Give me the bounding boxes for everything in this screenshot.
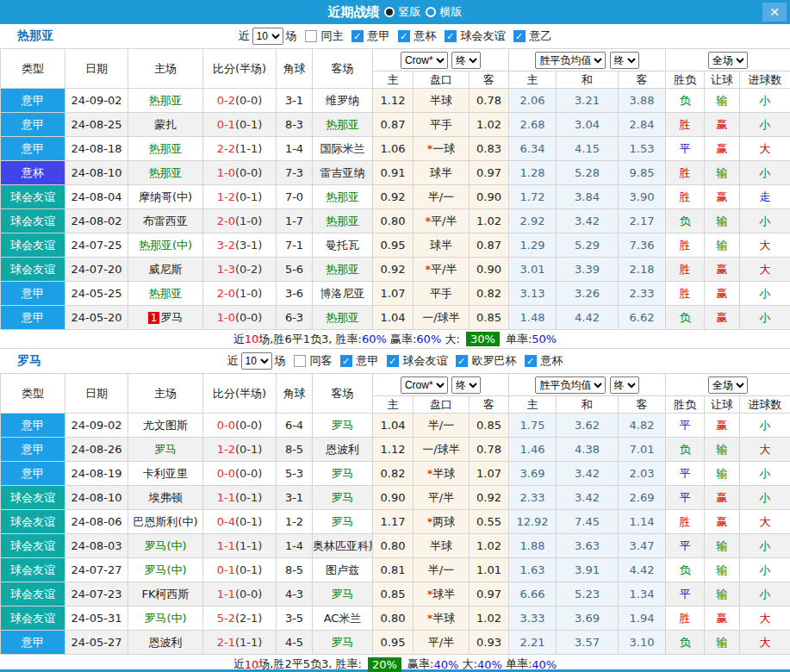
- away-team[interactable]: 罗马: [313, 414, 373, 438]
- near-count-select[interactable]: 10: [252, 28, 283, 45]
- away-team[interactable]: 罗马: [313, 462, 373, 486]
- away-team[interactable]: 热那亚: [313, 113, 373, 137]
- checkbox[interactable]: ✓: [525, 355, 537, 367]
- horizontal-layout-radio[interactable]: [426, 7, 436, 17]
- checkbox[interactable]: ✓: [456, 355, 468, 367]
- home-team[interactable]: 卡利亚里: [128, 462, 203, 486]
- score: 1-1(0-0): [203, 582, 277, 607]
- home-team[interactable]: 热那亚: [128, 89, 203, 113]
- away-team[interactable]: AC米兰: [313, 607, 373, 631]
- home-team[interactable]: 罗马(中): [128, 607, 203, 631]
- odds-home: 0.91: [373, 161, 414, 185]
- checkbox[interactable]: ✓: [387, 355, 399, 367]
- odds-away: 0.85: [470, 306, 509, 330]
- vertical-layout-radio[interactable]: [384, 7, 395, 17]
- close-icon[interactable]: ✕: [762, 3, 787, 22]
- home-team[interactable]: FK柯西斯: [128, 582, 203, 607]
- avg-home: 1.28: [509, 161, 557, 185]
- away-team[interactable]: 雷吉亚纳: [313, 161, 373, 185]
- near-count-select[interactable]: 10: [241, 352, 272, 370]
- home-team[interactable]: 罗马(中): [128, 558, 203, 582]
- home-team[interactable]: 热那亚: [128, 137, 203, 161]
- scope-select[interactable]: 全场: [708, 376, 748, 394]
- home-team[interactable]: 威尼斯: [128, 258, 203, 282]
- away-team[interactable]: 维罗纳: [313, 89, 373, 113]
- checkbox[interactable]: ✓: [398, 30, 410, 42]
- away-team[interactable]: 图卢兹: [313, 558, 373, 582]
- avg-time-select[interactable]: 终: [610, 52, 639, 69]
- home-team[interactable]: 热那亚(中): [128, 233, 203, 258]
- away-team[interactable]: 罗马: [313, 582, 373, 607]
- home-team[interactable]: 埃弗顿: [128, 486, 203, 510]
- avg-time-select[interactable]: 终: [610, 376, 639, 394]
- checkbox[interactable]: ✓: [351, 30, 364, 42]
- home-team[interactable]: 罗马(中): [128, 534, 203, 558]
- home-team[interactable]: 巴恩斯利(中): [128, 510, 203, 534]
- home-team[interactable]: 热那亚: [128, 282, 203, 306]
- section-team-title: 热那亚: [17, 28, 53, 44]
- checkbox[interactable]: [305, 30, 317, 42]
- checkbox[interactable]: ✓: [445, 30, 457, 42]
- league-type-badge: 球会友谊: [1, 233, 65, 258]
- match-row: 球会友谊24-07-23FK柯西斯1-1(0-0)4-3罗马0.85*球半0.9…: [1, 582, 790, 607]
- avg-draw: 3.21: [557, 89, 619, 113]
- away-team[interactable]: 热那亚: [313, 258, 373, 282]
- avg-type-select[interactable]: 胜平负均值: [535, 52, 606, 69]
- match-row: 球会友谊24-08-04摩纳哥(中)1-2(0-1)7-0热那亚0.92半/一0…: [1, 185, 790, 209]
- checkbox[interactable]: ✓: [340, 355, 352, 367]
- home-team[interactable]: 蒙扎: [128, 113, 203, 137]
- checkbox[interactable]: ✓: [513, 30, 526, 42]
- score: 1-1(1-1): [203, 534, 277, 558]
- home-team[interactable]: 尤文图斯: [128, 414, 203, 438]
- section-header-genoa: 热那亚 近10场同主✓意甲✓意杯✓球会友谊✓意乙: [0, 24, 790, 48]
- summary-segment: 10: [245, 658, 259, 671]
- odds-source-select[interactable]: Crow*: [401, 376, 448, 394]
- odds-source-select[interactable]: Crow*: [401, 52, 448, 69]
- result: 胜: [666, 233, 705, 258]
- away-team[interactable]: 罗马: [313, 631, 373, 655]
- avg-draw: 3.26: [557, 282, 619, 306]
- odds-home: 0.80: [373, 534, 414, 558]
- home-team[interactable]: 布雷西亚: [128, 209, 203, 233]
- away-team[interactable]: 奥林匹亚科斯: [313, 534, 373, 558]
- away-team[interactable]: 曼托瓦: [313, 233, 373, 258]
- avg-home: 1.46: [509, 438, 557, 462]
- home-team[interactable]: 1罗马: [128, 306, 203, 330]
- goals-result: 大: [740, 258, 790, 282]
- home-team[interactable]: 热那亚: [128, 161, 203, 185]
- match-row: 意甲24-09-02尤文图斯0-0(0-0)6-4罗马1.04半/一0.851.…: [1, 414, 790, 438]
- summary-segment: 单率:: [502, 332, 532, 347]
- score: 3-2(3-1): [203, 233, 277, 258]
- goals-result: 小: [740, 209, 790, 233]
- checkbox[interactable]: [294, 355, 306, 367]
- home-team[interactable]: 摩纳哥(中): [128, 185, 203, 209]
- summary-roma: 近10场,胜2平5负3, 胜率: 20% 赢率:40% 大:40% 单率:40%: [0, 655, 790, 672]
- odds-time-select[interactable]: 终: [451, 52, 481, 69]
- summary-segment: 40%: [433, 658, 458, 671]
- away-team[interactable]: 罗马: [313, 510, 373, 534]
- away-team[interactable]: 恩波利: [313, 438, 373, 462]
- avg-draw: 3.91: [557, 558, 619, 582]
- odds-time-select[interactable]: 终: [451, 376, 481, 394]
- col-date: 日期: [65, 374, 128, 414]
- away-team[interactable]: 国际米兰: [313, 137, 373, 161]
- away-team[interactable]: 罗马: [313, 486, 373, 510]
- home-team[interactable]: 恩波利: [128, 631, 203, 655]
- away-team[interactable]: 热那亚: [313, 306, 373, 330]
- odds-home: 0.80: [373, 209, 414, 233]
- league-type-badge: 意甲: [1, 631, 65, 655]
- home-team[interactable]: 罗马: [128, 438, 203, 462]
- scope-group-header: 全场: [666, 49, 790, 72]
- away-team[interactable]: 博洛尼亚: [313, 282, 373, 306]
- avg-type-select[interactable]: 胜平负均值: [535, 376, 606, 394]
- games-label: 场: [275, 353, 286, 369]
- scope-select[interactable]: 全场: [708, 52, 748, 69]
- score: 0-2(0-0): [203, 89, 277, 113]
- summary-segment: 40%: [532, 658, 557, 671]
- away-team[interactable]: 热那亚: [313, 185, 373, 209]
- result: 平: [666, 582, 705, 607]
- corner-score: 5-6: [277, 258, 313, 282]
- away-team[interactable]: 热那亚: [313, 209, 373, 233]
- col-handicap-result: 让球: [705, 72, 740, 89]
- league-type-badge: 球会友谊: [1, 510, 65, 534]
